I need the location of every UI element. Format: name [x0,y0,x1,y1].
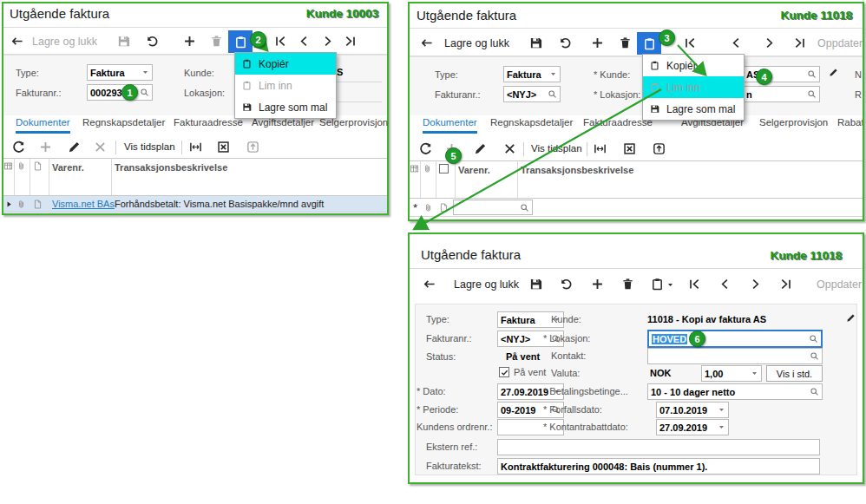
due-date-select[interactable]: 07.10.2019 [656,402,729,418]
add-icon[interactable] [183,35,196,48]
refresh-icon[interactable] [12,141,25,154]
undo-icon[interactable] [146,35,159,48]
cash-discount-date-select[interactable]: 27.09.2019 [656,419,729,435]
search-icon[interactable] [807,69,817,79]
delete-icon[interactable] [210,35,223,48]
nav-prev-icon[interactable] [718,278,732,291]
menu-item-copy[interactable]: Kopiér [643,55,744,76]
refresh-icon[interactable] [419,142,432,155]
edit-row-icon[interactable] [68,141,81,154]
tab-tax-details[interactable]: Avgiftsdetaljer [252,117,314,131]
currency-rate-select[interactable]: 1,00 [701,365,762,382]
save-close-button[interactable]: Lagre og lukk [444,37,509,49]
nav-prev-icon[interactable] [298,35,311,48]
delete-icon[interactable] [619,36,632,49]
edit-pencil-icon[interactable] [829,68,838,77]
save-close-button[interactable]: Lagre og lukk [32,36,97,48]
fit-width-icon[interactable] [189,141,202,154]
nav-first-icon[interactable] [688,278,701,291]
search-icon[interactable] [809,334,818,344]
copy-paste-button[interactable] [637,32,661,55]
save-icon[interactable] [529,36,542,49]
menu-item-paste[interactable]: Lim inn [643,76,744,98]
search-icon[interactable] [520,203,529,213]
file-icon[interactable] [33,200,43,209]
fit-width-icon[interactable] [594,142,607,155]
save-icon[interactable] [529,278,542,291]
tab-accounting[interactable]: Regnskapsdetaljer [82,117,165,131]
view-schedule-button[interactable]: Vis tidsplan [124,141,175,152]
invoice-no-input[interactable]: 000293 [87,84,153,101]
back-icon[interactable] [420,36,433,49]
view-in-std-button[interactable]: Vis i std. [766,365,823,382]
select-all-checkbox[interactable] [439,164,449,173]
payment-terms-input[interactable]: 10 - 10 dager netto [647,383,823,400]
nav-last-icon[interactable] [779,278,792,291]
edit-row-icon[interactable] [474,142,487,155]
nav-first-icon[interactable] [274,35,287,48]
paperclip-icon[interactable] [16,200,26,209]
update-button[interactable]: Oppdater [817,278,862,291]
column-settings-icon[interactable] [410,164,419,173]
search-icon[interactable] [810,351,819,361]
undo-icon[interactable] [560,278,573,291]
chevron-down-icon[interactable] [666,281,674,289]
menu-item-save-template[interactable]: Lagre som mal [643,98,744,120]
file-icon[interactable] [439,203,449,213]
menu-item-copy[interactable]: Kopiér [235,53,336,75]
add-icon[interactable] [591,36,604,49]
column-settings-icon[interactable] [3,161,13,171]
upload-icon[interactable] [653,142,666,155]
tab-discount[interactable]: Rabattdetalj [837,117,864,131]
search-icon[interactable] [807,89,817,99]
copy-paste-button[interactable] [228,30,253,53]
tab-documents[interactable]: Dokumenter [423,117,477,134]
paperclip-icon[interactable] [423,203,433,213]
search-icon[interactable] [140,88,149,97]
export-excel-icon[interactable] [623,142,636,155]
external-ref-input[interactable] [497,439,820,455]
col-header-item[interactable]: Varenr. [458,165,490,175]
item-lookup-input[interactable] [453,200,533,215]
nav-last-icon[interactable] [793,36,806,49]
search-icon[interactable] [810,387,819,396]
col-header-desc[interactable]: Transaksjonsbeskrivelse [115,162,227,173]
on-hold-checkbox[interactable] [499,367,509,377]
delete-row-icon[interactable] [94,141,107,154]
menu-item-save-template[interactable]: Lagre som mal [235,96,336,118]
add-row-icon[interactable] [39,141,52,154]
invoice-text-input[interactable]: Kontraktfakturering 000048: Bais (nummer… [497,458,820,475]
view-schedule-button[interactable]: Vis tidsplan [531,143,582,154]
tab-invoice-address[interactable]: Fakturaadresse [174,117,243,131]
upload-icon[interactable] [246,141,259,154]
delete-icon[interactable] [621,278,634,291]
save-close-button[interactable]: Lagre og lukk [454,278,519,291]
nav-last-icon[interactable] [344,35,357,48]
invoice-no-input[interactable]: <NYJ> [503,86,561,102]
table-row-new[interactable]: * [410,199,863,217]
tab-commission[interactable]: Selgerprovisjon [319,117,388,131]
add-icon[interactable] [591,278,604,291]
type-select[interactable]: Faktura [87,64,153,81]
copy-paste-icon[interactable] [651,278,664,291]
save-icon[interactable] [117,35,130,48]
search-icon[interactable] [548,89,557,99]
delete-row-icon[interactable] [503,142,516,155]
col-header-item[interactable]: Varenr. [52,162,84,173]
contact-input[interactable] [647,348,823,364]
back-icon[interactable] [10,35,23,48]
col-header-desc[interactable]: Transaksjonsbeskrivelse [521,165,633,175]
location-input[interactable]: HOVED [647,330,823,348]
nav-next-icon[interactable] [763,36,776,49]
back-icon[interactable] [423,278,436,291]
table-row[interactable]: Visma.net BAs Forhåndsbetalt: Visma.net … [3,196,387,213]
undo-icon[interactable] [559,36,572,49]
export-excel-icon[interactable] [217,141,230,154]
nav-first-icon[interactable] [684,36,697,49]
update-button[interactable]: Oppdater [817,37,863,49]
nav-prev-icon[interactable] [730,36,743,49]
type-select[interactable]: Faktura [503,66,561,82]
edit-pencil-icon[interactable] [846,313,856,323]
nav-next-icon[interactable] [749,278,762,291]
tab-commission[interactable]: Selgerprovisjon [759,117,828,131]
